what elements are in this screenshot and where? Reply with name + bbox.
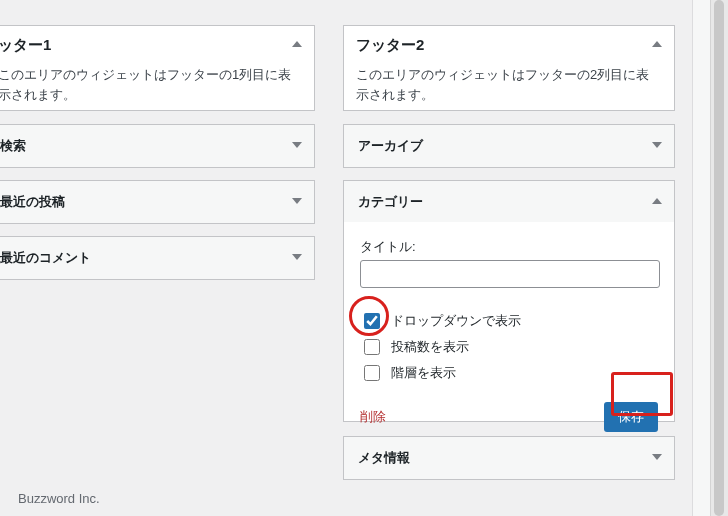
widget-label: アーカイブ	[358, 138, 423, 153]
chevron-down-icon	[652, 454, 662, 460]
footer2-widget-meta[interactable]: メタ情報	[343, 436, 675, 480]
footer-credit: Buzzword Inc.	[18, 491, 100, 506]
footer2-header[interactable]: フッター2	[344, 26, 674, 65]
footer2-title: フッター2	[356, 36, 424, 53]
dropdown-checkbox[interactable]	[364, 313, 380, 329]
footer1-description: このエリアのウィジェットはフッターの1列目に表示されます。	[0, 65, 314, 117]
collapse-icon	[652, 41, 662, 47]
collapse-icon	[652, 198, 662, 204]
title-label: タイトル:	[360, 238, 658, 256]
footer1-widget-recent-comments[interactable]: 最近のコメント	[0, 236, 315, 280]
dropdown-checkbox-label: ドロップダウンで表示	[391, 312, 521, 330]
footer2-panel: フッター2 このエリアのウィジェットはフッターの2列目に表示されます。	[343, 25, 675, 111]
footer1-title: ッター1	[0, 36, 51, 53]
collapse-icon	[292, 41, 302, 47]
footer2-widget-archive[interactable]: アーカイブ	[343, 124, 675, 168]
widget-label: 検索	[0, 138, 26, 153]
dropdown-checkbox-row[interactable]: ドロップダウンで表示	[360, 310, 658, 332]
footer2-description: このエリアのウィジェットはフッターの2列目に表示されます。	[344, 65, 674, 117]
count-checkbox-row[interactable]: 投稿数を表示	[360, 336, 658, 358]
widget-label: 最近のコメント	[0, 250, 91, 265]
count-checkbox[interactable]	[364, 339, 380, 355]
hier-checkbox[interactable]	[364, 365, 380, 381]
widget-label: 最近の投稿	[0, 194, 65, 209]
page-scrollbar[interactable]	[710, 0, 728, 516]
widget-label: カテゴリー	[358, 194, 423, 209]
chevron-down-icon	[292, 198, 302, 204]
footer1-header[interactable]: ッター1	[0, 26, 314, 65]
delete-link[interactable]: 削除	[360, 408, 386, 426]
hier-checkbox-row[interactable]: 階層を表示	[360, 362, 658, 384]
footer1-widget-recent-posts[interactable]: 最近の投稿	[0, 180, 315, 224]
footer2-widget-category[interactable]: カテゴリー	[343, 180, 675, 224]
count-checkbox-label: 投稿数を表示	[391, 338, 469, 356]
hier-checkbox-label: 階層を表示	[391, 364, 456, 382]
title-input[interactable]	[360, 260, 660, 288]
category-form: タイトル: ドロップダウンで表示 投稿数を表示 階層を表示 削除 保存	[343, 222, 675, 422]
chevron-down-icon	[292, 142, 302, 148]
chevron-down-icon	[292, 254, 302, 260]
widget-label: メタ情報	[358, 450, 410, 465]
content-edge	[692, 0, 711, 516]
chevron-down-icon	[652, 142, 662, 148]
save-button[interactable]: 保存	[604, 402, 658, 432]
footer1-widget-search[interactable]: 検索	[0, 124, 315, 168]
footer1-panel: ッター1 このエリアのウィジェットはフッターの1列目に表示されます。	[0, 25, 315, 111]
